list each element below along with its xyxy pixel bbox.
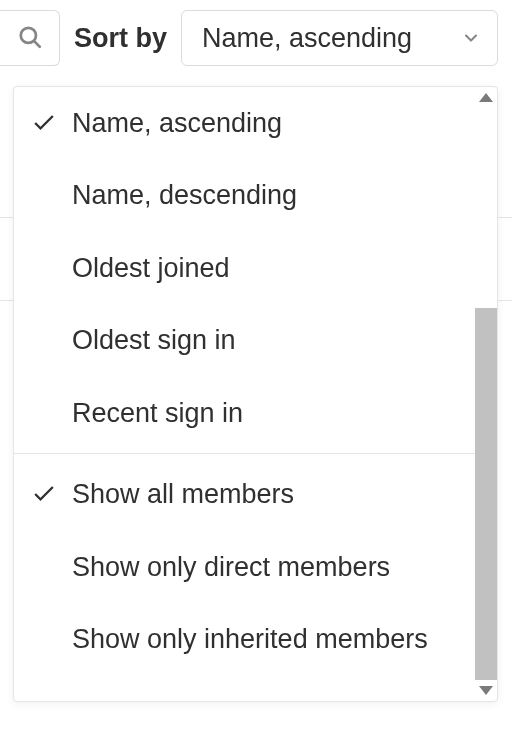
scroll-up-icon[interactable] xyxy=(479,93,493,102)
option-label: Name, descending xyxy=(72,177,465,213)
scroll-track[interactable] xyxy=(475,108,497,680)
option-label: Show only direct members xyxy=(72,549,465,585)
filter-option-inherited-members[interactable]: Show only inherited members xyxy=(14,603,475,675)
check-icon xyxy=(28,109,72,137)
top-bar: Sort by Name, ascending xyxy=(0,0,512,74)
option-label: Show all members xyxy=(72,476,465,512)
sort-option-oldest-sign-in[interactable]: Oldest sign in xyxy=(14,304,475,376)
check-icon xyxy=(28,480,72,508)
option-label: Oldest sign in xyxy=(72,322,465,358)
option-label: Recent sign in xyxy=(72,395,465,431)
sort-option-name-ascending[interactable]: Name, ascending xyxy=(14,87,475,159)
svg-line-1 xyxy=(34,41,40,47)
sort-dropdown: Name, ascending Name, descending Oldest … xyxy=(13,86,498,702)
scroll-thumb[interactable] xyxy=(475,308,497,680)
scrollbar[interactable] xyxy=(475,87,497,701)
option-label: Show only inherited members xyxy=(72,621,465,657)
sort-selected-value: Name, ascending xyxy=(202,23,412,54)
option-label: Oldest joined xyxy=(72,250,465,286)
sort-option-recent-sign-in[interactable]: Recent sign in xyxy=(14,377,475,449)
dropdown-divider xyxy=(14,453,475,454)
sort-by-label: Sort by xyxy=(74,23,167,54)
chevron-down-icon xyxy=(461,28,481,48)
filter-option-direct-members[interactable]: Show only direct members xyxy=(14,531,475,603)
sort-option-name-descending[interactable]: Name, descending xyxy=(14,159,475,231)
filter-option-all-members[interactable]: Show all members xyxy=(14,458,475,530)
sort-select[interactable]: Name, ascending xyxy=(181,10,498,66)
search-icon xyxy=(17,24,43,53)
option-label: Name, ascending xyxy=(72,105,465,141)
sort-option-oldest-joined[interactable]: Oldest joined xyxy=(14,232,475,304)
search-button[interactable] xyxy=(0,10,60,66)
scroll-down-icon[interactable] xyxy=(479,686,493,695)
